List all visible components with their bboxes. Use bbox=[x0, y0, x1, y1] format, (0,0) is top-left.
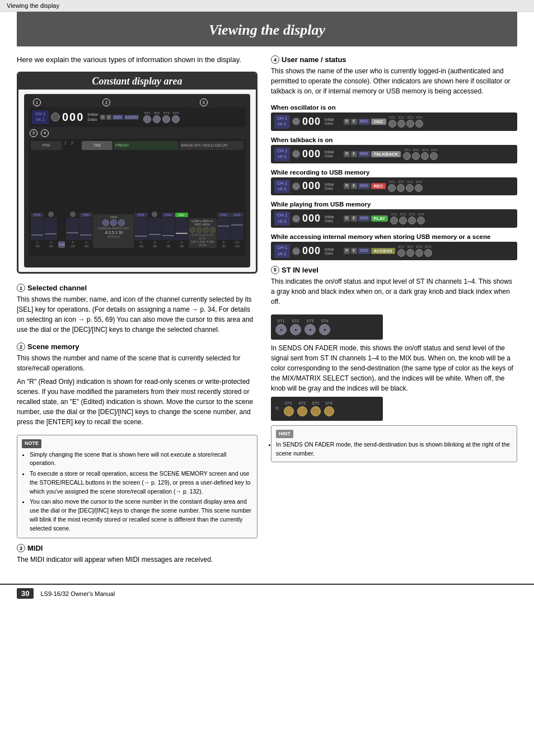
tb-badges: R E MIDI TALKBACK bbox=[344, 151, 401, 157]
talkback-status-label: When talkback is on bbox=[271, 137, 517, 143]
status-badges: R E MIDI ADMIN bbox=[100, 115, 139, 120]
play-midi-badge: MIDI bbox=[358, 215, 370, 222]
st2-knob bbox=[290, 324, 301, 335]
section-4-text: This shows the name of the user who is c… bbox=[271, 66, 517, 96]
play-ch: CH 1ch 1 bbox=[274, 212, 290, 226]
osc-status-row: When oscillator is on CH 1ch 1 000 Initi… bbox=[271, 104, 517, 131]
section-5: 5 ST IN level This indicates the on/off … bbox=[271, 266, 517, 307]
st4-col: ST4 bbox=[319, 319, 330, 335]
page-title: Viewing the display bbox=[17, 22, 517, 39]
play-e-badge: E bbox=[351, 215, 357, 222]
rec-status-label: While recording to USB memory bbox=[271, 169, 517, 176]
rec-ch: CH 1ch 1 bbox=[274, 180, 290, 194]
st3-label: ST3 bbox=[307, 319, 314, 323]
note-item-3: You can also move the cursor to the scen… bbox=[30, 497, 252, 533]
osc-e-badge: E bbox=[351, 119, 357, 125]
access-ch: CH 1ch 1 bbox=[274, 244, 290, 258]
section-1-title: Selected channel bbox=[27, 284, 87, 292]
osc-icon bbox=[292, 118, 300, 125]
sof-st3-knob bbox=[311, 406, 321, 416]
st1-label: ST1 bbox=[278, 319, 285, 323]
left-column: Here we explain the various types of inf… bbox=[17, 55, 257, 572]
footer-page-number: 30 bbox=[17, 588, 34, 599]
talkback-badge: TALKBACK bbox=[371, 151, 401, 157]
header-text: Viewing the display bbox=[7, 2, 59, 9]
hint-list: In SENDS ON FADER mode, the send-destina… bbox=[276, 440, 512, 458]
tb-scene-num: 000 bbox=[302, 148, 322, 160]
access-scene-num: 000 bbox=[302, 245, 322, 257]
rec-icon bbox=[292, 182, 300, 190]
section-3-heading: 3 MIDI bbox=[17, 544, 257, 552]
tb-r-badge: R bbox=[344, 151, 350, 157]
access-label-text: While accessing internal memory when sto… bbox=[271, 233, 490, 240]
section-5-text2: In SENDS ON FADER mode, this shows the o… bbox=[271, 343, 517, 393]
access-data-text: Initial Data​ bbox=[325, 247, 341, 255]
st1-col: ST1 bbox=[275, 319, 287, 335]
access-e-badge: E bbox=[351, 248, 357, 254]
note-box: NOTE Simply changing the scene that is s… bbox=[17, 435, 257, 538]
constant-display-box: Constant display area 1 2 5 bbox=[17, 72, 257, 274]
st-in-knobs-group: ST1 ST2 ST3 ST4 bbox=[275, 319, 330, 335]
rec-status-row: While recording to USB memory CH 1ch 1 0… bbox=[271, 169, 517, 196]
osc-status-badge: OSC bbox=[371, 119, 386, 125]
access-badge: ACCESS bbox=[371, 248, 395, 254]
section-4-title: User name / status bbox=[282, 55, 346, 64]
play-mini-display: CH 1ch 1 000 Initial Data​ R E MIDI PLAY… bbox=[271, 209, 517, 228]
rec-mini-display: CH 1ch 1 000 Initial Data​ R E MIDI REC … bbox=[271, 177, 517, 196]
rec-data-text: Initial Data​ bbox=[325, 182, 341, 190]
mixer-display-image: 1 2 5 CH 1ch 1 bbox=[24, 94, 250, 267]
section-5-number: 5 bbox=[271, 266, 279, 274]
ch-icon bbox=[51, 112, 60, 121]
note-item-1: Simply changing the scene that is shown … bbox=[30, 450, 252, 468]
play-r-badge: R bbox=[344, 215, 350, 222]
section-3-text: The MIDI indicator will appear when MIDI… bbox=[17, 555, 257, 565]
osc-status-label: When oscillator is on bbox=[271, 104, 517, 111]
section-2-number: 2 bbox=[17, 342, 25, 351]
st3-knob bbox=[305, 324, 316, 335]
play-icon bbox=[292, 215, 300, 223]
tb-data-text: Initial Data​ bbox=[325, 150, 341, 158]
play-data-text: Initial Data​ bbox=[325, 215, 341, 223]
talkback-status-row: When talkback is on CH 1ch 1 000 Initial… bbox=[271, 137, 517, 163]
sof-st3-col: ST3 bbox=[311, 401, 321, 416]
tb-midi-badge: MIDI bbox=[358, 151, 370, 157]
tb-st-indicators: ST1 ST2 ST3 ST4 bbox=[403, 148, 438, 160]
right-column: 4 User name / status This shows the name… bbox=[271, 55, 517, 572]
sof-st4-knob bbox=[324, 406, 334, 416]
scene-number-display: 000 bbox=[62, 111, 84, 124]
sends-on-fader-display: R ST1 ST2 ST3 ST4 bbox=[271, 397, 383, 421]
play-st-indicators: ST1 ST2 ST3 ST4 bbox=[390, 213, 425, 224]
note-label: NOTE bbox=[22, 439, 41, 448]
osc-scene-num: 000 bbox=[302, 116, 322, 128]
sof-st4-col: ST4 bbox=[324, 401, 334, 416]
rec-badges: R E MIDI REC bbox=[344, 183, 386, 189]
page-footer: 30 LS9-16/32 Owner's Manual bbox=[0, 584, 534, 602]
section-2-title: Scene memory bbox=[27, 342, 79, 351]
play-status-row: While playing from USB memory CH 1ch 1 0… bbox=[271, 201, 517, 228]
rec-e-badge: E bbox=[351, 183, 357, 189]
section-1: 1 Selected channel This shows the number… bbox=[17, 284, 257, 335]
section-2-heading: 2 Scene memory bbox=[17, 342, 257, 351]
rec-badge: REC bbox=[371, 183, 386, 189]
st2-label: ST2 bbox=[292, 319, 299, 323]
page-header: Viewing the display bbox=[0, 0, 534, 12]
play-scene-num: 000 bbox=[302, 213, 322, 224]
section-4: 4 User name / status This shows the name… bbox=[271, 55, 517, 96]
sof-st2-col: ST2 bbox=[297, 401, 307, 416]
sof-st2-knob bbox=[297, 406, 307, 416]
sof-st1-label: ST1 bbox=[285, 401, 292, 405]
play-status-label: While playing from USB memory bbox=[271, 201, 517, 208]
osc-st-indicators: ST1 ST2 ST3 ST4 bbox=[388, 116, 423, 128]
st2-col: ST2 bbox=[290, 319, 301, 335]
hint-label: HINT bbox=[276, 430, 293, 439]
section-1-number: 1 bbox=[17, 284, 25, 292]
section-1-heading: 1 Selected channel bbox=[17, 284, 257, 292]
tb-e-badge: E bbox=[351, 151, 357, 157]
section-2-text2: An "R" (Read Only) indication is shown f… bbox=[17, 377, 257, 427]
sof-r-label: R bbox=[275, 406, 279, 411]
section-2: 2 Scene memory This shows the number and… bbox=[17, 342, 257, 427]
osc-data-text: Initial Data​ bbox=[325, 118, 341, 125]
section-1-text: This shows the number, name, and icon of… bbox=[17, 294, 257, 335]
st4-label: ST4 bbox=[321, 319, 329, 323]
intro-text: Here we explain the various types of inf… bbox=[17, 55, 257, 64]
